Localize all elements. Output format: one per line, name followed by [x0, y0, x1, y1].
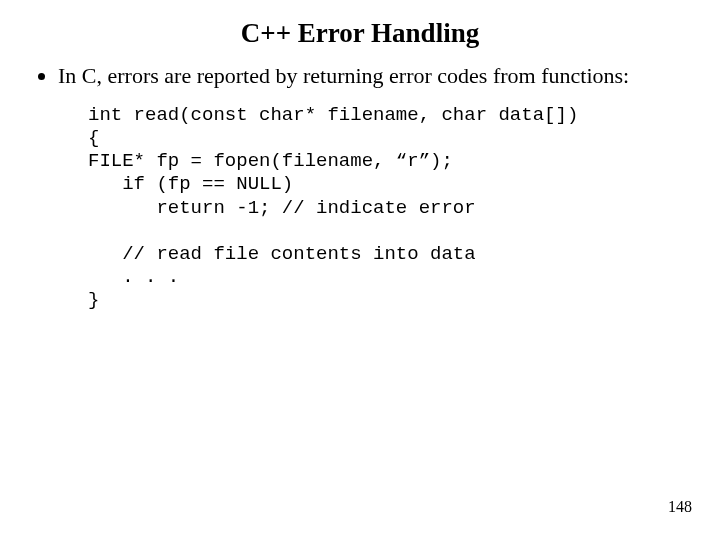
slide-title: C++ Error Handling [40, 18, 680, 49]
code-line: . . . [88, 266, 179, 288]
code-block: int read(const char* filename, char data… [88, 104, 680, 313]
page-number: 148 [668, 498, 692, 516]
code-line: { [88, 127, 99, 149]
code-line: // read file contents into data [88, 243, 476, 265]
bullet-list: In C, errors are reported by returning e… [58, 63, 680, 90]
code-line: FILE* fp = fopen(filename, “r”); [88, 150, 453, 172]
code-line: int read(const char* filename, char data… [88, 104, 578, 126]
bullet-item: In C, errors are reported by returning e… [58, 63, 680, 90]
slide: C++ Error Handling In C, errors are repo… [0, 0, 720, 540]
code-line: } [88, 289, 99, 311]
code-line: if (fp == NULL) [88, 173, 293, 195]
code-line: return -1; // indicate error [88, 197, 476, 219]
